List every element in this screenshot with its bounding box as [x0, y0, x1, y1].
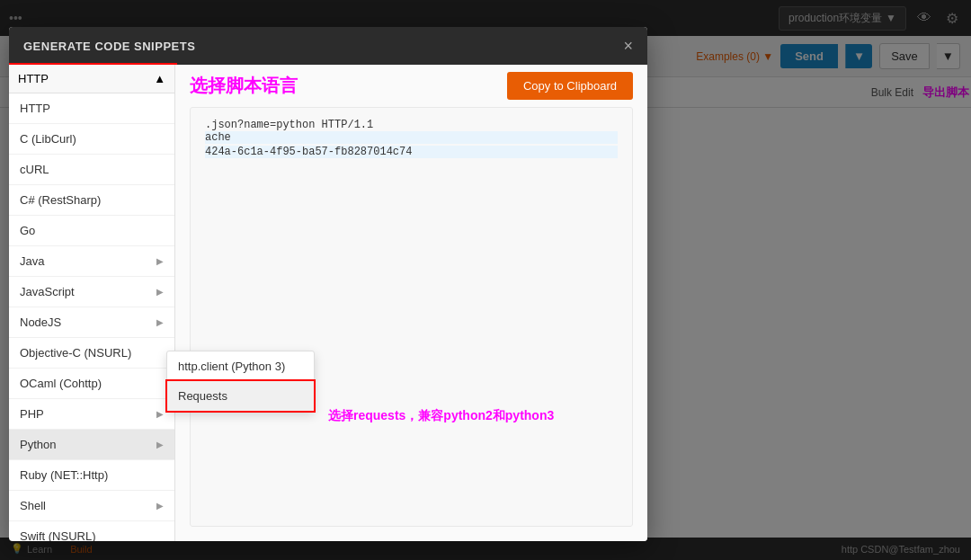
lang-item-http[interactable]: HTTP: [9, 93, 174, 124]
copy-to-clipboard-button[interactable]: Copy to Clipboard: [507, 72, 633, 100]
lang-label-nodejs: NodeJS: [20, 316, 61, 329]
http-dropdown-label: HTTP: [18, 72, 49, 85]
lang-item-curl[interactable]: cURL: [9, 155, 174, 185]
code-line-3: ache: [205, 131, 618, 144]
lang-label-java: Java: [20, 254, 44, 268]
lang-label-go: Go: [20, 224, 35, 237]
lang-label-javascript: JavaScript: [20, 285, 75, 298]
lang-label-objc: Objective-C (NSURL): [20, 346, 131, 360]
shell-chevron-icon: ▶: [156, 501, 164, 511]
lang-item-go[interactable]: Go: [9, 216, 174, 246]
lang-label-http: HTTP: [20, 102, 50, 115]
language-sidebar: HTTP ▲ HTTP C (LibCurl) cURL C# (RestSha…: [9, 65, 175, 541]
lang-item-javascript[interactable]: JavaScript ▶: [9, 277, 174, 307]
submenu-http-client-label: http.client (Python 3): [178, 360, 285, 373]
lang-item-java[interactable]: Java ▶: [9, 246, 174, 277]
java-chevron-icon: ▶: [156, 256, 164, 266]
javascript-chevron-icon: ▶: [156, 287, 164, 297]
lang-item-ruby[interactable]: Ruby (NET::Http): [9, 460, 174, 491]
python-submenu: http.client (Python 3) Requests: [166, 351, 315, 412]
modal-close-button[interactable]: ×: [623, 38, 633, 54]
python-chevron-icon: ▶: [156, 440, 164, 449]
http-dropdown[interactable]: HTTP ▲: [9, 65, 174, 93]
lang-item-python[interactable]: Python ▶: [9, 430, 174, 460]
http-dropdown-arrow: ▲: [154, 72, 165, 85]
submenu-requests[interactable]: Requests: [167, 381, 314, 411]
code-line-4: 424a-6c1a-4f95-ba57-fb8287014c74: [205, 146, 618, 158]
code-line-2: [379, 119, 386, 131]
submenu-http-client[interactable]: http.client (Python 3): [167, 351, 314, 381]
lang-item-php[interactable]: PHP ▶: [9, 399, 174, 430]
lang-item-ocaml[interactable]: OCaml (Cohttp): [9, 369, 174, 399]
choose-lang-annotation: 选择脚本语言: [190, 74, 298, 98]
modal-body: HTTP ▲ HTTP C (LibCurl) cURL C# (RestSha…: [9, 65, 647, 541]
lang-label-curl: cURL: [20, 163, 49, 176]
lang-item-shell[interactable]: Shell ▶: [9, 491, 174, 521]
lang-item-clibcurl[interactable]: C (LibCurl): [9, 124, 174, 155]
lang-label-ocaml: OCaml (Cohttp): [20, 377, 102, 390]
modal-header: GENERATE CODE SNIPPETS ×: [9, 27, 647, 65]
code-content: .json?name=python HTTP/1.1 ache 424a-6c1…: [190, 107, 633, 527]
code-panel-header: 选择脚本语言 Copy to Clipboard: [175, 65, 647, 107]
code-line-1: .json?name=python HTTP/1.1: [205, 119, 373, 131]
php-chevron-icon: ▶: [156, 409, 164, 419]
lang-label-python: Python: [20, 438, 56, 451]
nodejs-chevron-icon: ▶: [156, 317, 164, 327]
lang-label-clibcurl: C (LibCurl): [20, 132, 76, 146]
lang-label-php: PHP: [20, 407, 44, 421]
lang-label-csharp: C# (RestSharp): [20, 193, 101, 207]
generate-code-modal: GENERATE CODE SNIPPETS × HTTP ▲ HTTP C (…: [9, 27, 647, 541]
lang-item-csharp[interactable]: C# (RestSharp): [9, 185, 174, 216]
lang-label-swift: Swift (NSURL): [20, 529, 96, 541]
lang-item-nodejs[interactable]: NodeJS ▶: [9, 307, 174, 338]
lang-item-objc[interactable]: Objective-C (NSURL): [9, 338, 174, 369]
lang-label-shell: Shell: [20, 499, 46, 512]
code-panel: 选择脚本语言 Copy to Clipboard .json?name=pyth…: [175, 65, 647, 541]
submenu-requests-label: Requests: [178, 389, 227, 403]
lang-label-ruby: Ruby (NET::Http): [20, 468, 108, 482]
modal-title: GENERATE CODE SNIPPETS: [23, 40, 195, 53]
lang-item-swift[interactable]: Swift (NSURL): [9, 521, 174, 541]
